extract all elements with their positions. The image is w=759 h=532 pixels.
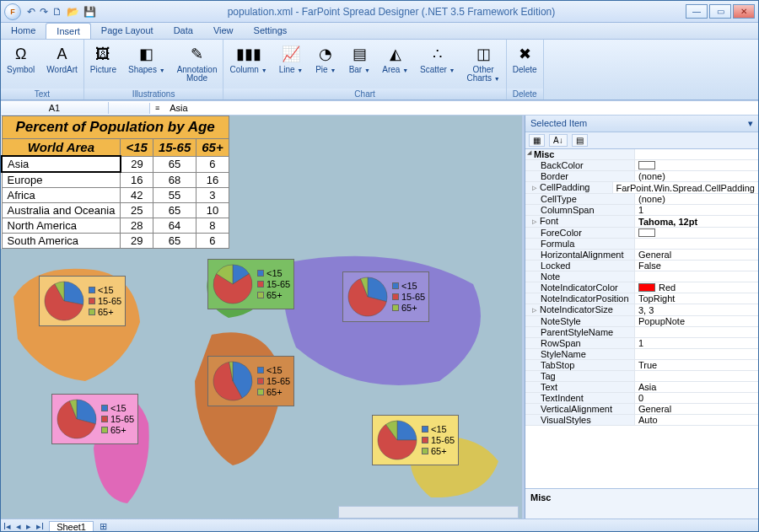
ribbon-wordart-button[interactable]: AWordArt — [44, 43, 80, 75]
col-header[interactable]: World Area — [2, 139, 121, 157]
horizontal-scrollbar[interactable] — [338, 506, 519, 519]
prop-pages-button[interactable]: ▤ — [572, 134, 588, 147]
pie-card-australia-and-oceania[interactable]: <1515-6565+ — [372, 415, 459, 465]
cell[interactable]: 29 — [121, 156, 153, 172]
prop-row-font[interactable]: FontTahoma, 12pt — [525, 216, 758, 228]
qat-button[interactable]: ↶ — [26, 5, 36, 19]
prop-row-note[interactable]: Note — [525, 271, 758, 282]
cell[interactable]: 28 — [121, 218, 153, 234]
pie-card-asia[interactable]: <1515-6565+ — [342, 271, 429, 322]
categorized-button[interactable]: ▦ — [529, 134, 545, 147]
alpha-sort-button[interactable]: A↓ — [549, 134, 568, 147]
pie-card-europe[interactable]: <1515-6565+ — [207, 259, 294, 309]
property-header[interactable]: Selected Item ▾ — [525, 116, 758, 132]
prop-row-forecolor[interactable]: ForeColor — [525, 228, 758, 239]
ribbon-other-charts-button[interactable]: ◫OtherCharts ▼ — [465, 43, 503, 84]
tab-prev-icon[interactable]: ◂ — [13, 521, 24, 532]
prop-row-border[interactable]: Border(none) — [525, 171, 758, 182]
data-table[interactable]: Percent of Population by AgeWorld Area<1… — [1, 116, 229, 249]
cell[interactable]: 16 — [121, 172, 153, 188]
minimize-button[interactable]: — — [686, 4, 708, 19]
tab-first-icon[interactable]: I◂ — [1, 521, 13, 532]
cell[interactable]: 68 — [153, 172, 196, 188]
prop-row-noteindicatorposition[interactable]: NoteIndicatorPositionTopRight — [525, 293, 758, 304]
cell[interactable]: 65 — [153, 203, 196, 218]
qat-button[interactable]: 📂 — [66, 5, 80, 19]
ribbon-symbol-button[interactable]: ΩSymbol — [4, 43, 37, 75]
prop-row-columnspan[interactable]: ColumnSpan1 — [525, 205, 758, 216]
ribbon-annotation-mode-button[interactable]: ✎AnnotationMode — [175, 43, 220, 83]
prop-row-tabstop[interactable]: TabStopTrue — [525, 360, 758, 371]
qat-button[interactable]: 🗋 — [51, 5, 63, 19]
close-button[interactable]: ✕ — [733, 4, 755, 19]
prop-row-verticalalignment[interactable]: VerticalAlignmentGeneral — [525, 404, 758, 415]
prop-row-formula[interactable]: Formula — [525, 239, 758, 250]
table-row[interactable]: Asia29656 — [2, 156, 229, 172]
ribbon-line-button[interactable]: 📈Line ▼ — [277, 43, 306, 76]
prop-row-rowspan[interactable]: RowSpan1 — [525, 338, 758, 349]
pie-card-africa[interactable]: <1515-6565+ — [207, 356, 294, 406]
prop-row-textindent[interactable]: TextIndent0 — [525, 393, 758, 404]
qat-button[interactable]: ↷ — [39, 5, 49, 19]
property-grid[interactable]: MiscBackColorBorder(none)CellPaddingFarP… — [525, 149, 758, 488]
pie-card-south-america[interactable]: <1515-6565+ — [51, 394, 138, 444]
ribbon-bar-button[interactable]: ▤Bar ▼ — [346, 43, 373, 76]
prop-row-noteindicatorsize[interactable]: NoteIndicatorSize3, 3 — [525, 304, 758, 316]
prop-row-noteindicatorcolor[interactable]: NoteIndicatorColorRed — [525, 282, 758, 293]
menu-tab-insert[interactable]: Insert — [46, 23, 91, 39]
formula-value[interactable]: Asia — [164, 103, 192, 113]
table-row[interactable]: Australia and Oceania256510 — [2, 203, 229, 218]
cell[interactable]: Asia — [2, 156, 121, 172]
ribbon-column-button[interactable]: ▮▮▮Column ▼ — [227, 43, 269, 76]
prop-row-cellpadding[interactable]: CellPaddingFarPoint.Win.Spread.CellPaddi… — [525, 182, 758, 194]
prop-category[interactable]: Misc — [525, 149, 758, 160]
cell[interactable]: 3 — [196, 188, 229, 203]
sheet-area[interactable]: Percent of Population by AgeWorld Area<1… — [1, 116, 525, 519]
ribbon-picture-button[interactable]: 🖼Picture — [88, 43, 119, 75]
cell[interactable]: 6 — [196, 156, 229, 172]
ribbon-shapes-button[interactable]: ◧Shapes ▼ — [126, 43, 168, 76]
col-header[interactable]: 15-65 — [153, 139, 196, 157]
menu-tab-home[interactable]: Home — [1, 23, 46, 39]
prop-row-horizontalalignment[interactable]: HorizontalAlignmentGeneral — [525, 250, 758, 261]
property-header-dropdown-icon[interactable]: ▾ — [748, 118, 753, 129]
prop-row-stylename[interactable]: StyleName — [525, 349, 758, 360]
table-row[interactable]: North America28648 — [2, 218, 229, 234]
cell[interactable]: 25 — [121, 203, 153, 218]
cell[interactable]: 42 — [121, 188, 153, 203]
sheet-tab[interactable]: Sheet1 — [49, 521, 94, 532]
fx-tab[interactable]: ⠀ — [109, 103, 150, 114]
qat-button[interactable]: 💾 — [83, 5, 97, 19]
cell[interactable]: Europe — [2, 172, 121, 188]
cell[interactable]: Africa — [2, 188, 121, 203]
prop-row-locked[interactable]: LockedFalse — [525, 261, 758, 271]
cell[interactable]: North America — [2, 218, 121, 234]
name-box[interactable]: A1 — [1, 102, 109, 114]
prop-row-parentstylename[interactable]: ParentStyleName — [525, 327, 758, 338]
pie-card-north-america[interactable]: <1515-6565+ — [39, 276, 126, 326]
cell[interactable]: 8 — [196, 218, 229, 234]
col-header[interactable]: 65+ — [196, 139, 229, 157]
menu-tab-settings[interactable]: Settings — [244, 23, 298, 39]
cell[interactable]: 55 — [153, 188, 196, 203]
cell[interactable]: 65 — [153, 156, 196, 172]
cell[interactable]: 16 — [196, 172, 229, 188]
menu-tab-view[interactable]: View — [203, 23, 244, 39]
cell[interactable]: 64 — [153, 218, 196, 234]
ribbon-scatter-button[interactable]: ∴Scatter ▼ — [417, 43, 457, 76]
table-row[interactable]: Europe166816 — [2, 172, 229, 188]
ribbon-area-button[interactable]: ◭Area ▼ — [380, 43, 411, 76]
col-header[interactable]: <15 — [121, 139, 153, 157]
prop-row-text[interactable]: TextAsia — [525, 382, 758, 393]
table-row[interactable]: Africa42553 — [2, 188, 229, 203]
tab-last-icon[interactable]: ▸I — [34, 521, 46, 532]
app-icon[interactable]: F — [4, 3, 21, 20]
ribbon-pie-button[interactable]: ◔Pie ▼ — [312, 43, 339, 76]
ribbon-delete-button[interactable]: ✖Delete — [510, 43, 540, 75]
prop-row-visualstyles[interactable]: VisualStylesAuto — [525, 415, 758, 426]
cell[interactable]: Australia and Oceania — [2, 203, 121, 218]
cell[interactable]: 10 — [196, 203, 229, 218]
maximize-button[interactable]: ▭ — [709, 4, 731, 19]
prop-row-backcolor[interactable]: BackColor — [525, 160, 758, 171]
tab-next-icon[interactable]: ▸ — [24, 521, 34, 532]
